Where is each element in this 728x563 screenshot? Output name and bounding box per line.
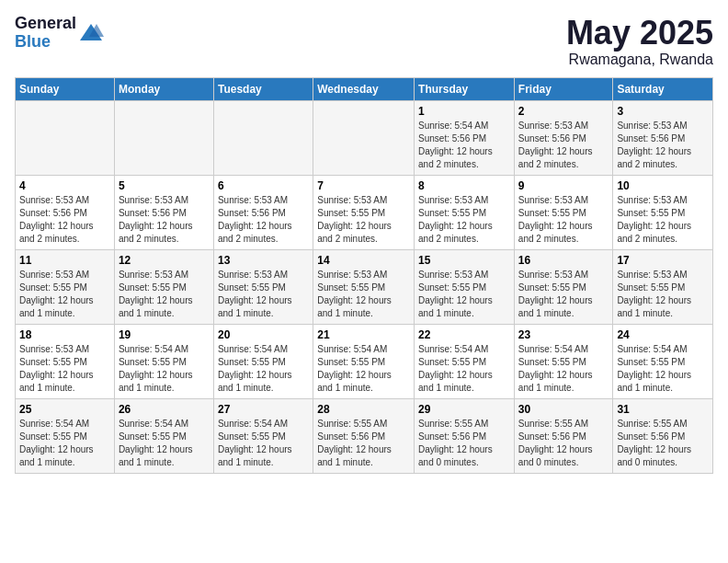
day-number: 12: [119, 254, 210, 267]
day-number: 2: [518, 105, 609, 118]
table-row: [313, 100, 415, 175]
day-info: Sunrise: 5:54 AM Sunset: 5:55 PM Dayligh…: [218, 418, 309, 469]
calendar-week-row: 18Sunrise: 5:53 AM Sunset: 5:55 PM Dayli…: [16, 324, 713, 398]
table-row: 9Sunrise: 5:53 AM Sunset: 5:55 PM Daylig…: [514, 175, 613, 249]
table-row: [114, 100, 213, 175]
table-row: 5Sunrise: 5:53 AM Sunset: 5:56 PM Daylig…: [114, 175, 213, 249]
day-info: Sunrise: 5:55 AM Sunset: 5:56 PM Dayligh…: [617, 418, 709, 469]
day-info: Sunrise: 5:53 AM Sunset: 5:55 PM Dayligh…: [518, 194, 609, 246]
table-row: 1Sunrise: 5:54 AM Sunset: 5:56 PM Daylig…: [415, 100, 515, 175]
day-number: 27: [218, 403, 309, 416]
day-info: Sunrise: 5:53 AM Sunset: 5:55 PM Dayligh…: [418, 269, 510, 320]
header-saturday: Saturday: [613, 77, 713, 100]
day-info: Sunrise: 5:54 AM Sunset: 5:55 PM Dayligh…: [19, 418, 110, 469]
day-number: 5: [119, 179, 210, 192]
day-info: Sunrise: 5:53 AM Sunset: 5:55 PM Dayligh…: [418, 194, 510, 246]
day-number: 29: [418, 403, 510, 416]
table-row: 12Sunrise: 5:53 AM Sunset: 5:55 PM Dayli…: [114, 249, 213, 324]
table-row: 13Sunrise: 5:53 AM Sunset: 5:55 PM Dayli…: [213, 249, 313, 324]
table-row: 20Sunrise: 5:54 AM Sunset: 5:55 PM Dayli…: [213, 324, 313, 398]
header-thursday: Thursday: [415, 77, 515, 100]
day-number: 18: [19, 328, 110, 341]
table-row: 25Sunrise: 5:54 AM Sunset: 5:55 PM Dayli…: [16, 398, 115, 473]
table-row: 26Sunrise: 5:54 AM Sunset: 5:55 PM Dayli…: [114, 398, 213, 473]
day-info: Sunrise: 5:54 AM Sunset: 5:55 PM Dayligh…: [119, 343, 210, 395]
day-number: 24: [617, 328, 709, 341]
day-number: 4: [19, 179, 110, 192]
logo-icon: [78, 20, 104, 46]
calendar-week-row: 4Sunrise: 5:53 AM Sunset: 5:56 PM Daylig…: [16, 175, 713, 249]
day-info: Sunrise: 5:54 AM Sunset: 5:56 PM Dayligh…: [418, 120, 510, 171]
day-info: Sunrise: 5:54 AM Sunset: 5:55 PM Dayligh…: [218, 343, 309, 395]
day-info: Sunrise: 5:55 AM Sunset: 5:56 PM Dayligh…: [317, 418, 410, 469]
logo-general-text: General: [15, 15, 76, 33]
header-tuesday: Tuesday: [213, 77, 313, 100]
table-row: 27Sunrise: 5:54 AM Sunset: 5:55 PM Dayli…: [213, 398, 313, 473]
day-info: Sunrise: 5:54 AM Sunset: 5:55 PM Dayligh…: [418, 343, 510, 395]
table-row: 28Sunrise: 5:55 AM Sunset: 5:56 PM Dayli…: [313, 398, 415, 473]
calendar-header-row: Sunday Monday Tuesday Wednesday Thursday…: [16, 77, 713, 100]
day-info: Sunrise: 5:53 AM Sunset: 5:56 PM Dayligh…: [518, 120, 609, 171]
day-number: 23: [518, 328, 609, 341]
table-row: 31Sunrise: 5:55 AM Sunset: 5:56 PM Dayli…: [613, 398, 713, 473]
day-info: Sunrise: 5:53 AM Sunset: 5:55 PM Dayligh…: [518, 269, 609, 320]
day-number: 3: [617, 105, 709, 118]
day-number: 21: [317, 328, 410, 341]
day-number: 22: [418, 328, 510, 341]
day-info: Sunrise: 5:54 AM Sunset: 5:55 PM Dayligh…: [119, 418, 210, 469]
day-number: 30: [518, 403, 609, 416]
table-row: 3Sunrise: 5:53 AM Sunset: 5:56 PM Daylig…: [613, 100, 713, 175]
day-number: 20: [218, 328, 309, 341]
day-number: 1: [418, 105, 510, 118]
calendar-week-row: 1Sunrise: 5:54 AM Sunset: 5:56 PM Daylig…: [16, 100, 713, 175]
day-number: 16: [518, 254, 609, 267]
day-info: Sunrise: 5:53 AM Sunset: 5:55 PM Dayligh…: [19, 269, 110, 320]
table-row: 24Sunrise: 5:54 AM Sunset: 5:55 PM Dayli…: [613, 324, 713, 398]
day-info: Sunrise: 5:53 AM Sunset: 5:55 PM Dayligh…: [19, 343, 110, 395]
day-info: Sunrise: 5:53 AM Sunset: 5:55 PM Dayligh…: [617, 269, 709, 320]
calendar-title: May 2025: [566, 15, 713, 52]
day-number: 6: [218, 179, 309, 192]
day-info: Sunrise: 5:53 AM Sunset: 5:55 PM Dayligh…: [218, 269, 309, 320]
calendar-table: Sunday Monday Tuesday Wednesday Thursday…: [15, 77, 713, 474]
table-row: 14Sunrise: 5:53 AM Sunset: 5:55 PM Dayli…: [313, 249, 415, 324]
day-info: Sunrise: 5:53 AM Sunset: 5:56 PM Dayligh…: [19, 194, 110, 246]
day-info: Sunrise: 5:53 AM Sunset: 5:55 PM Dayligh…: [617, 194, 709, 246]
day-info: Sunrise: 5:53 AM Sunset: 5:56 PM Dayligh…: [617, 120, 709, 171]
table-row: 23Sunrise: 5:54 AM Sunset: 5:55 PM Dayli…: [514, 324, 613, 398]
day-info: Sunrise: 5:53 AM Sunset: 5:55 PM Dayligh…: [119, 269, 210, 320]
page-header: General Blue May 2025 Rwamagana, Rwanda: [15, 15, 713, 68]
day-number: 9: [518, 179, 609, 192]
table-row: 6Sunrise: 5:53 AM Sunset: 5:56 PM Daylig…: [213, 175, 313, 249]
day-info: Sunrise: 5:55 AM Sunset: 5:56 PM Dayligh…: [418, 418, 510, 469]
title-block: May 2025 Rwamagana, Rwanda: [566, 15, 713, 68]
day-info: Sunrise: 5:55 AM Sunset: 5:56 PM Dayligh…: [518, 418, 609, 469]
day-number: 26: [119, 403, 210, 416]
table-row: 22Sunrise: 5:54 AM Sunset: 5:55 PM Dayli…: [415, 324, 515, 398]
day-number: 17: [617, 254, 709, 267]
day-info: Sunrise: 5:53 AM Sunset: 5:55 PM Dayligh…: [317, 194, 410, 246]
header-monday: Monday: [114, 77, 213, 100]
logo: General Blue: [15, 15, 104, 52]
table-row: 30Sunrise: 5:55 AM Sunset: 5:56 PM Dayli…: [514, 398, 613, 473]
day-number: 13: [218, 254, 309, 267]
table-row: 2Sunrise: 5:53 AM Sunset: 5:56 PM Daylig…: [514, 100, 613, 175]
day-info: Sunrise: 5:53 AM Sunset: 5:56 PM Dayligh…: [119, 194, 210, 246]
table-row: 4Sunrise: 5:53 AM Sunset: 5:56 PM Daylig…: [16, 175, 115, 249]
calendar-week-row: 25Sunrise: 5:54 AM Sunset: 5:55 PM Dayli…: [16, 398, 713, 473]
day-number: 11: [19, 254, 110, 267]
day-info: Sunrise: 5:53 AM Sunset: 5:55 PM Dayligh…: [317, 269, 410, 320]
table-row: [16, 100, 115, 175]
header-friday: Friday: [514, 77, 613, 100]
day-number: 14: [317, 254, 410, 267]
day-number: 19: [119, 328, 210, 341]
day-info: Sunrise: 5:54 AM Sunset: 5:55 PM Dayligh…: [518, 343, 609, 395]
header-wednesday: Wednesday: [313, 77, 415, 100]
day-number: 15: [418, 254, 510, 267]
day-number: 31: [617, 403, 709, 416]
table-row: [213, 100, 313, 175]
day-info: Sunrise: 5:54 AM Sunset: 5:55 PM Dayligh…: [317, 343, 410, 395]
table-row: 21Sunrise: 5:54 AM Sunset: 5:55 PM Dayli…: [313, 324, 415, 398]
table-row: 15Sunrise: 5:53 AM Sunset: 5:55 PM Dayli…: [415, 249, 515, 324]
table-row: 10Sunrise: 5:53 AM Sunset: 5:55 PM Dayli…: [613, 175, 713, 249]
